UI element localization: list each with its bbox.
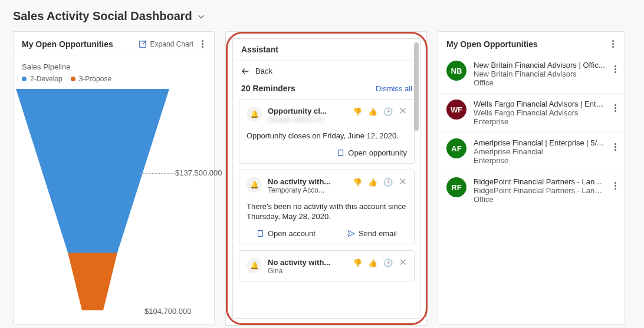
svg-rect-10 [258, 230, 262, 236]
expand-icon [139, 40, 147, 48]
dismiss-all-button[interactable]: Dismiss all [376, 84, 412, 93]
card-title[interactable]: Opportunity cl... [268, 107, 347, 115]
panel-title: My Open Opportunities [446, 39, 538, 49]
back-button[interactable]: Back [233, 61, 420, 81]
panel-title: My Open Opportunities [22, 39, 113, 49]
arrow-left-icon [241, 67, 249, 75]
assistant-panel: Assistant Back 20 Reminders Dismiss all … [232, 38, 421, 319]
svg-marker-11 [349, 230, 354, 236]
more-menu-button[interactable] [199, 38, 206, 50]
open-opportunity-label: Open opportunity [348, 148, 407, 157]
list-item[interactable]: RF RidgePoint Financial Partners - Lang.… [438, 171, 625, 210]
thumbs-down-icon[interactable]: 👎 [353, 178, 362, 187]
legend-dot-propose [71, 77, 75, 81]
open-opportunity-button[interactable]: Open opportunity [337, 148, 407, 157]
list-item-line3: Office [474, 195, 605, 204]
card-title[interactable]: No activity with... [268, 258, 347, 267]
thumbs-up-icon[interactable]: 👍 [368, 178, 377, 187]
svg-marker-3 [68, 253, 117, 310]
reminder-card: 🔔 Opportunity cl... sample hidden txt 👎 … [239, 99, 415, 164]
thumbs-down-icon[interactable]: 👎 [353, 107, 362, 116]
funnel-chart [16, 89, 169, 319]
page-title: Sales Activity Social Dashboard [13, 9, 192, 23]
list-item-line2: RidgePoint Financial Partners - Lang... [474, 186, 605, 195]
thumbs-down-icon[interactable]: 👎 [353, 259, 362, 267]
close-icon[interactable] [399, 107, 407, 117]
chevron-down-icon[interactable] [197, 12, 205, 21]
assistant-highlight: Assistant Back 20 Reminders Dismiss all … [226, 32, 428, 325]
item-more-button[interactable] [612, 102, 619, 114]
open-account-label: Open account [268, 229, 316, 238]
back-label: Back [255, 67, 272, 75]
reminders-count: 20 Reminders [241, 84, 295, 93]
svg-line-1 [143, 41, 146, 44]
list-item[interactable]: WF Wells Fargo Financial Advisors | Ente… [438, 94, 625, 132]
card-subtitle: sample hidden txt [268, 115, 347, 124]
snooze-icon[interactable]: 🕒 [383, 107, 393, 116]
open-icon [257, 230, 264, 237]
svg-marker-2 [16, 89, 169, 253]
card-title[interactable]: No activity with... [268, 177, 347, 186]
reminder-card: 🔔 No activity with... Gina 👎 👍 🕒 [239, 250, 415, 281]
snooze-icon[interactable]: 🕒 [383, 259, 393, 267]
close-icon[interactable] [399, 177, 407, 187]
chart-title: Sales Pipeline [22, 62, 206, 71]
list-item[interactable]: NB New Britain Financial Advisors | Offi… [438, 55, 625, 94]
bell-icon: 🔔 [247, 258, 262, 273]
avatar: RF [446, 177, 466, 197]
funnel-value-propose: $104,700.000 [144, 307, 192, 316]
legend-dot-develop [22, 77, 27, 81]
value-guideline [140, 173, 175, 174]
list-item-line3: Enterprise [474, 117, 605, 126]
list-item-line2: Wells Fargo Financial Advisors [474, 108, 605, 117]
list-item-title: Wells Fargo Financial Advisors | Enter..… [474, 100, 605, 108]
list-item-line3: Office [474, 78, 605, 87]
list-item-title: New Britain Financial Advisors | Offic..… [474, 61, 605, 69]
reminder-card: 🔔 No activity with... Temporary Acco... … [239, 170, 415, 244]
list-item-title: Ameriprise Financial | Enterprise | 5/..… [474, 138, 605, 147]
expand-chart-button[interactable]: Expand Chart [139, 40, 193, 48]
bell-icon: 🔔 [247, 107, 262, 122]
item-more-button[interactable] [612, 180, 619, 192]
card-body: There's been no activity with this accou… [247, 201, 407, 222]
assistant-title: Assistant [233, 39, 420, 61]
close-icon[interactable] [399, 258, 407, 268]
list-item-title: RidgePoint Financial Partners - Lang... [474, 177, 605, 186]
thumbs-up-icon[interactable]: 👍 [368, 107, 377, 116]
snooze-icon[interactable]: 🕒 [383, 178, 393, 187]
open-opps-chart-panel: My Open Opportunities Expand Chart Sales… [13, 31, 215, 324]
bell-icon: 🔔 [247, 177, 262, 193]
item-more-button[interactable] [612, 141, 619, 153]
list-item-line2: New Britain Financial Advisors [474, 69, 605, 78]
avatar: AF [446, 138, 466, 158]
avatar: NB [446, 61, 466, 81]
item-more-button[interactable] [612, 63, 619, 75]
scrollbar[interactable] [414, 42, 419, 131]
legend-label-propose: 3-Propose [79, 75, 111, 83]
open-opps-list-panel: My Open Opportunities NB New Britain Fin… [438, 31, 625, 324]
chart-legend: 2-Develop 3-Propose [22, 75, 206, 83]
send-icon [347, 230, 355, 237]
svg-rect-7 [339, 150, 343, 155]
legend-label-develop: 2-Develop [30, 75, 63, 83]
funnel-value-develop: $137,500.000 [175, 168, 222, 177]
card-subtitle: Gina [268, 267, 347, 275]
card-body: Opportunity closes on Friday, June 12, 2… [247, 131, 407, 141]
expand-chart-label: Expand Chart [150, 40, 193, 48]
card-subtitle: Temporary Acco... [268, 186, 347, 194]
more-menu-button[interactable] [610, 38, 616, 50]
thumbs-up-icon[interactable]: 👍 [368, 259, 377, 267]
avatar: WF [446, 100, 466, 120]
open-icon [337, 149, 344, 157]
send-email-label: Send email [359, 229, 397, 238]
send-email-button[interactable]: Send email [347, 229, 397, 238]
open-account-button[interactable]: Open account [257, 229, 316, 238]
list-item-line3: Enterprise [474, 156, 605, 165]
list-item-line2: Ameriprise Financial [474, 147, 605, 156]
list-item[interactable]: AF Ameriprise Financial | Enterprise | 5… [438, 132, 625, 171]
